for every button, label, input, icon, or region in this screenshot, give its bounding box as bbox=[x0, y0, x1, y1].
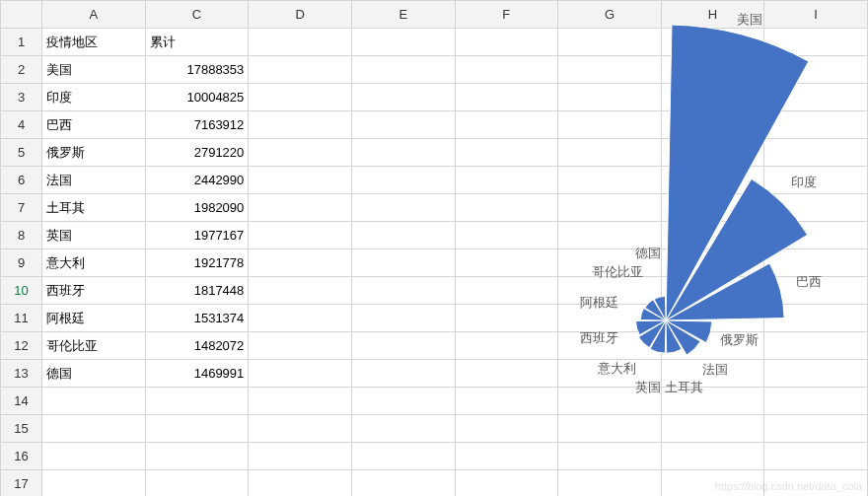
col-header[interactable]: F bbox=[455, 1, 558, 29]
cell[interactable] bbox=[764, 443, 868, 470]
cell[interactable]: 1531374 bbox=[145, 305, 249, 332]
cell[interactable]: 1469991 bbox=[145, 360, 249, 388]
cell[interactable]: 意大利 bbox=[42, 249, 146, 277]
cell[interactable] bbox=[558, 84, 662, 111]
col-header[interactable]: C bbox=[145, 1, 249, 29]
cell[interactable] bbox=[455, 111, 558, 139]
cell[interactable] bbox=[764, 415, 868, 443]
cell[interactable] bbox=[558, 139, 662, 167]
cell[interactable]: 土耳其 bbox=[42, 194, 146, 222]
col-header[interactable]: E bbox=[351, 1, 455, 29]
cell[interactable] bbox=[351, 415, 455, 443]
cell[interactable] bbox=[455, 29, 558, 56]
cell[interactable] bbox=[42, 388, 146, 415]
cell[interactable] bbox=[455, 360, 558, 388]
cell[interactable] bbox=[558, 470, 662, 497]
cell[interactable] bbox=[351, 167, 455, 194]
cell[interactable]: 俄罗斯 bbox=[42, 139, 146, 167]
row-header[interactable]: 5 bbox=[1, 139, 42, 167]
cell[interactable] bbox=[764, 332, 868, 360]
cell[interactable] bbox=[351, 56, 455, 84]
cell[interactable] bbox=[145, 415, 249, 443]
col-header[interactable]: I bbox=[764, 1, 868, 29]
cell[interactable] bbox=[42, 443, 146, 470]
cell[interactable]: 1982090 bbox=[145, 194, 249, 222]
cell[interactable] bbox=[351, 29, 455, 56]
row-header[interactable]: 9 bbox=[1, 249, 42, 277]
cell[interactable]: 1977167 bbox=[145, 222, 249, 249]
cell[interactable]: 1817448 bbox=[145, 277, 249, 305]
cell[interactable] bbox=[249, 470, 352, 497]
cell[interactable] bbox=[558, 360, 662, 388]
cell[interactable] bbox=[661, 360, 764, 388]
cell[interactable] bbox=[455, 415, 558, 443]
cell[interactable] bbox=[661, 194, 764, 222]
cell[interactable] bbox=[249, 305, 352, 332]
cell[interactable] bbox=[558, 111, 662, 139]
cell[interactable] bbox=[455, 470, 558, 497]
cell[interactable] bbox=[764, 167, 868, 194]
cell[interactable] bbox=[249, 277, 352, 305]
cell[interactable] bbox=[351, 332, 455, 360]
cell[interactable]: 哥伦比亚 bbox=[42, 332, 146, 360]
cell[interactable] bbox=[764, 360, 868, 388]
cell[interactable] bbox=[455, 388, 558, 415]
cell[interactable] bbox=[661, 249, 764, 277]
cell[interactable]: 17888353 bbox=[145, 56, 249, 84]
cell[interactable] bbox=[661, 388, 764, 415]
cell[interactable] bbox=[558, 56, 662, 84]
row-header[interactable]: 15 bbox=[1, 415, 42, 443]
row-header[interactable]: 14 bbox=[1, 388, 42, 415]
cell[interactable] bbox=[455, 249, 558, 277]
cell[interactable] bbox=[249, 84, 352, 111]
col-header[interactable]: D bbox=[249, 1, 352, 29]
row-header[interactable]: 16 bbox=[1, 443, 42, 470]
cell[interactable] bbox=[455, 332, 558, 360]
row-header[interactable]: 6 bbox=[1, 167, 42, 194]
cell[interactable] bbox=[249, 249, 352, 277]
cell[interactable] bbox=[558, 443, 662, 470]
cell[interactable] bbox=[249, 443, 352, 470]
cell[interactable] bbox=[351, 194, 455, 222]
cell[interactable] bbox=[351, 277, 455, 305]
cell[interactable] bbox=[249, 139, 352, 167]
cell[interactable] bbox=[661, 415, 764, 443]
cell[interactable] bbox=[145, 443, 249, 470]
cell[interactable] bbox=[455, 139, 558, 167]
cell[interactable] bbox=[661, 111, 764, 139]
cell[interactable] bbox=[764, 222, 868, 249]
cell[interactable] bbox=[455, 222, 558, 249]
cell[interactable]: 2791220 bbox=[145, 139, 249, 167]
cell[interactable]: 7163912 bbox=[145, 111, 249, 139]
row-header[interactable]: 2 bbox=[1, 56, 42, 84]
cell[interactable]: 法国 bbox=[42, 167, 146, 194]
cell[interactable] bbox=[249, 111, 352, 139]
cell[interactable] bbox=[764, 111, 868, 139]
row-header[interactable]: 13 bbox=[1, 360, 42, 388]
cell[interactable] bbox=[661, 222, 764, 249]
row-header[interactable]: 7 bbox=[1, 194, 42, 222]
row-header[interactable]: 11 bbox=[1, 305, 42, 332]
row-header[interactable]: 1 bbox=[1, 29, 42, 56]
cell[interactable] bbox=[661, 277, 764, 305]
cell[interactable] bbox=[351, 388, 455, 415]
cell[interactable] bbox=[764, 249, 868, 277]
cell[interactable] bbox=[764, 56, 868, 84]
cell[interactable] bbox=[351, 360, 455, 388]
cell[interactable] bbox=[351, 111, 455, 139]
row-header[interactable]: 8 bbox=[1, 222, 42, 249]
cell[interactable] bbox=[351, 305, 455, 332]
cell[interactable] bbox=[558, 29, 662, 56]
row-header[interactable]: 12 bbox=[1, 332, 42, 360]
cell[interactable] bbox=[558, 277, 662, 305]
cell[interactable] bbox=[249, 332, 352, 360]
cell[interactable] bbox=[558, 415, 662, 443]
row-header[interactable]: 17 bbox=[1, 470, 42, 497]
cell[interactable] bbox=[661, 84, 764, 111]
cell[interactable] bbox=[558, 388, 662, 415]
cell[interactable]: 2442990 bbox=[145, 167, 249, 194]
cell[interactable] bbox=[455, 167, 558, 194]
cell[interactable] bbox=[661, 443, 764, 470]
cell[interactable] bbox=[249, 222, 352, 249]
cell[interactable] bbox=[661, 305, 764, 332]
